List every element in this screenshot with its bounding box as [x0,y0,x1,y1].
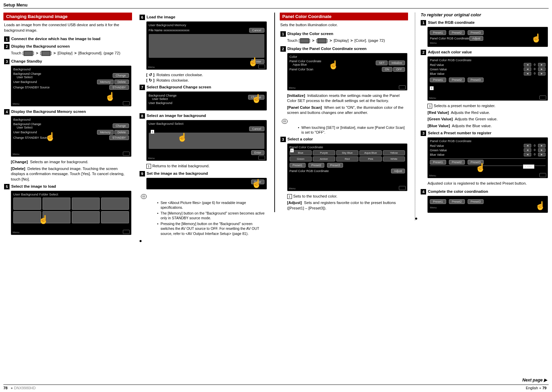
touch-hand-icon [328,60,337,70]
preset3-button[interactable]: Preset3 [327,163,343,168]
step-label: Adjust each color value [428,50,472,55]
step-label: Start the RGB coordinate [428,20,474,25]
adjust-button[interactable]: Adjust [469,36,484,41]
touch-hand-icon [248,57,257,67]
preset2-button[interactable]: Preset2 [449,160,465,165]
color-swatch[interactable]: Aqua Blue [359,150,382,155]
color-swatch[interactable]: Amber [313,156,335,161]
preset1-button[interactable]: Preset1 [290,163,306,168]
preset1-button[interactable]: Preset1 [430,199,446,204]
off-button[interactable]: OFF [393,67,405,72]
step-number: 4 [4,109,10,115]
cancel-button[interactable]: Cancel [249,28,264,33]
index-marker: 1 [287,194,292,199]
note-list: When touching [SET] or [Initialize], mak… [285,125,408,135]
step-number: 8 [140,113,145,119]
def-label: [Change] [11,160,28,164]
enter-button[interactable]: Enter [251,150,264,155]
index-desc: Sets to the touched color. [293,194,338,198]
step-number: 1 [280,31,286,37]
change-button[interactable]: Change [113,73,129,78]
step-label: Select an image for background [147,113,206,118]
cancel-button[interactable]: Cancel [249,126,264,131]
preset1-button[interactable]: Preset1 [430,30,446,35]
settings-icon [317,38,327,44]
next-page-link: Next page ▶ [522,377,547,382]
screenshot-background: Background Background Change User Select… [11,66,131,106]
index-desc: Selects a preset number to register. [434,104,496,108]
note-icon: ⁝⁝⁝ [141,194,147,199]
color-swatch[interactable]: Yellow [383,150,405,155]
screenshot-background-memory: Background Background Change User Select… [11,116,131,157]
preset2-button[interactable]: Preset2 [449,199,465,204]
screenshot-load-image: User Background Memory File Name xxxxxxx… [146,21,267,70]
language-label: English [526,386,538,390]
decrease-button[interactable]: ◄ [524,63,531,67]
color-swatch[interactable]: Pink [359,156,382,161]
rotate-cw-label: [ ↻ ] [146,78,155,83]
preset1-button[interactable]: Preset1 [430,160,446,165]
preset3-button[interactable]: Preset3 [468,30,484,35]
set-button[interactable]: SET [376,61,388,65]
step-number: 3 [421,131,426,136]
standby-button[interactable]: STANDBY [109,85,129,90]
preset1-button[interactable]: Preset1 [430,78,446,82]
initialize-button[interactable]: Initialize [389,61,405,65]
preset3-button[interactable]: Preset3 [468,199,484,204]
def-text: Sets and registers favorite color to the… [287,201,396,210]
increase-button[interactable]: ► [538,72,546,75]
def-label: [Initialize] [287,93,305,98]
screenshot-color-select: Panel Color Coordinate 1 Blue Purple Sky… [287,143,408,191]
color-swatch[interactable]: Red [336,156,359,161]
preset2-button[interactable]: Preset2 [449,78,465,82]
screenshot-color: Color Panel Color Coordinate Aqua BlueSE… [287,53,408,90]
screenshot-bg-change: Background Change User SelectChange User… [146,91,267,110]
step-number: 9 [140,171,145,176]
touch-hand-icon [45,132,54,142]
preset2-button[interactable]: Preset2 [449,30,465,35]
rotate-ccw-desc: Rotates counter clockwise. [157,73,203,77]
color-swatch[interactable]: White [383,156,405,161]
color-swatch[interactable]: Purple [313,150,335,155]
screenshot-set-bg: Enter [146,178,267,189]
step-number: 1 [4,36,10,42]
step-body: Touch [] > [] > [Display] > [Background]… [11,51,131,56]
increase-button[interactable]: ► [538,67,546,71]
touch-hand-icon [105,92,114,102]
preset2-button[interactable]: Preset2 [308,163,324,168]
page-footer: 78 ● DNX9980HD English ● 79 [3,385,549,390]
step-label: Select the image to load [11,184,56,189]
step-label: Display the Color screen [288,31,334,36]
page-number-right: 79 [542,386,547,390]
screenshot-rgb-adjust: Panel Color RGB Coordinate Red Value◄0► … [427,56,548,101]
step-number: 3 [4,59,10,64]
step-label: Select a Preset number to register [428,131,491,136]
decrease-button[interactable]: ◄ [524,72,531,75]
decrease-button[interactable]: ◄ [524,67,531,71]
home-icon [23,51,33,56]
step-number: 5 [4,184,10,189]
def-label: [Delete] [11,167,25,171]
step-number: 3 [280,137,286,142]
section-end-dot [140,240,142,242]
step-label: Select Background Change screen [147,85,211,90]
def-label: [Green Value] [427,117,453,121]
step-label: Load the image [147,15,175,20]
def-text: Deletes the background image. Touching t… [11,167,124,181]
def-text: Selects an image for background. [30,160,88,164]
screenshot-folder-select: User Background Folder Select Menu [11,191,131,235]
color-swatch[interactable]: Sky Blue [336,150,359,155]
memory-button[interactable]: Memory [97,80,114,84]
increase-button[interactable]: ► [538,63,546,67]
preset3-button[interactable]: Preset3 [468,78,484,82]
delete-button[interactable]: Delete [114,80,129,84]
step-label: Connect the device which has the image t… [11,36,100,41]
color-swatch[interactable]: Green [290,156,312,161]
on-button[interactable]: ON [382,67,392,72]
def-text: Adjusts the Green value. [455,117,498,121]
adjust-button[interactable]: Adjust [391,169,405,173]
step-number: 6 [140,15,145,20]
touch-hand-icon [475,163,484,173]
step-number: 2 [421,50,426,55]
index-marker: 1 [146,164,151,169]
